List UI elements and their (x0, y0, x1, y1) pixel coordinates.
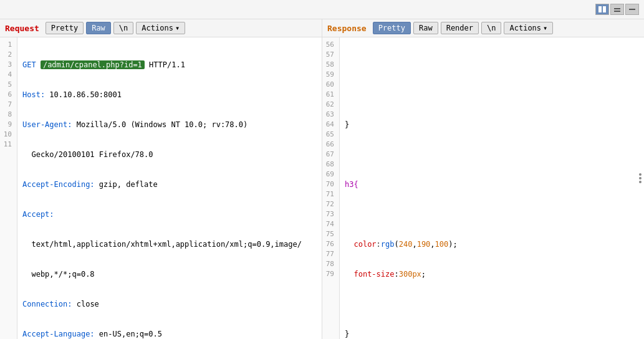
response-tab-ln[interactable]: \n (481, 22, 501, 34)
line-num-4: 4 (1, 70, 14, 80)
req-line-5c: webp,*/*;q=0.8 (22, 269, 317, 279)
request-tab-ln[interactable]: \n (113, 22, 133, 34)
resp-63-semi: ; (421, 270, 426, 279)
panels: Request Pretty Raw \n Actions ▾ 1 2 3 4 … (0, 19, 644, 339)
request-code-area: 1 2 3 4 5 6 7 8 9 10 11 GET /admin/c (0, 37, 322, 339)
line-num-9: 9 (1, 120, 14, 130)
resp-ln-73: 73 (324, 209, 337, 219)
resp-ln-79: 79 (324, 269, 337, 279)
resp-ln-72: 72 (324, 199, 337, 209)
resp-ln-59: 59 (324, 70, 337, 80)
resp-ln-69: 69 (324, 170, 337, 179)
view-split-btn[interactable] (595, 4, 609, 15)
req-line-3: User-Agent: Mozilla/5.0 (Windows NT 10.0… (22, 120, 317, 130)
resp-63-indent (345, 270, 353, 279)
request-header: Request Pretty Raw \n Actions ▾ (0, 19, 322, 37)
req-line-3b: Gecko/20100101 Firefox/78.0 (22, 150, 317, 160)
req-al-key: Accept-Language: (22, 330, 99, 338)
resp-line-63: font-size:300px; (345, 269, 639, 279)
resp-ln-70: 70 (324, 179, 337, 189)
request-code-content[interactable]: GET /admin/cpanel.php?id=1 HTTP/1.1 Host… (17, 37, 322, 339)
response-tab-pretty[interactable]: Pretty (373, 22, 411, 34)
request-line-numbers: 1 2 3 4 5 6 7 8 9 10 11 (0, 37, 17, 339)
minimal-view-icon (628, 6, 636, 12)
request-tab-raw[interactable]: Raw (86, 22, 111, 34)
line-num-10: 10 (1, 130, 14, 140)
resp-ln-60: 60 (324, 80, 337, 90)
req-ua-val: Mozilla/5.0 (Windows NT 10.0; rv:78.0) (77, 120, 248, 129)
response-panel: Response Pretty Raw Render \n Actions ▾ … (322, 19, 644, 339)
resp-ln-76: 76 (324, 239, 337, 249)
resp-62-comma1: , (412, 240, 416, 249)
line-num-11: 11 (1, 140, 14, 150)
dot1 (639, 173, 642, 176)
resp-62-paren: ( (395, 240, 399, 249)
line-num-1: 1 (1, 40, 14, 50)
resp-62-comma2: , (430, 240, 435, 249)
view-single1-btn[interactable] (610, 4, 624, 15)
resp-62-b: 100 (435, 240, 449, 249)
resp-62-r: 240 (399, 240, 413, 249)
svg-rect-2 (614, 8, 620, 9)
resp-ln-67: 67 (324, 150, 337, 160)
resp-62-g: 190 (417, 240, 431, 249)
req-line-7: Accept-Language: en-US,en;q=0.5 (22, 329, 317, 339)
response-line-numbers: 56 57 58 59 60 61 62 63 64 65 66 67 68 6… (322, 37, 340, 339)
single-view-icon (613, 6, 621, 12)
response-code-content[interactable]: } h3{ color:rgb(240,190,100); font-size:… (340, 37, 644, 339)
resp-line-58: } (345, 120, 639, 130)
dot2 (639, 177, 642, 179)
req-line-4: Accept-Encoding: gzip, deflate (22, 179, 317, 189)
request-panel: Request Pretty Raw \n Actions ▾ 1 2 3 4 … (0, 19, 322, 339)
line-num-8: 8 (1, 110, 14, 120)
req-accept-key: Accept: (22, 210, 54, 219)
req-method: GET (22, 60, 41, 69)
three-dots-menu[interactable] (639, 173, 642, 183)
req-proto: HTTP/1.1 (145, 60, 185, 69)
response-actions-chevron-icon: ▾ (543, 24, 547, 32)
line-num-7: 7 (1, 100, 14, 110)
req-line-1: GET /admin/cpanel.php?id=1 HTTP/1.1 (22, 60, 317, 70)
req-ua-cont: Gecko/20100101 Firefox/78.0 (22, 150, 153, 159)
line-num-6: 6 (1, 90, 14, 100)
req-ae-val: gzip, deflate (99, 180, 158, 189)
resp-ln-58: 58 (324, 60, 337, 70)
resp-line-57 (345, 90, 639, 100)
resp-62-indent (345, 240, 353, 249)
line-num-5: 5 (1, 80, 14, 90)
resp-62-colon: : (377, 240, 381, 249)
response-actions-label: Actions (509, 24, 541, 32)
svg-rect-3 (614, 11, 620, 12)
response-header: Response Pretty Raw Render \n Actions ▾ (322, 19, 644, 37)
resp-ln-71: 71 (324, 189, 337, 199)
svg-rect-1 (603, 6, 606, 12)
request-tab-pretty[interactable]: Pretty (46, 22, 84, 34)
view-single2-btn[interactable] (625, 4, 639, 15)
resp-63-colon: : (394, 270, 398, 279)
response-tab-raw[interactable]: Raw (413, 22, 438, 34)
req-line-5b: text/html,application/xhtml+xml,applicat… (22, 239, 317, 249)
req-line-2: Host: 10.10.86.50:8001 (22, 90, 317, 100)
req-al-val: en-US,en;q=0.5 (99, 330, 162, 338)
req-accept-val1: text/html,application/xhtml+xml,applicat… (22, 240, 302, 249)
req-line-6: Connection: close (22, 299, 317, 309)
response-actions-btn[interactable]: Actions ▾ (504, 22, 553, 34)
resp-ln-56: 56 (324, 40, 337, 50)
response-content: 56 57 58 59 60 61 62 63 64 65 66 67 68 6… (322, 37, 644, 339)
line-num-2: 2 (1, 50, 14, 60)
response-tab-render[interactable]: Render (441, 22, 479, 34)
resp-ln-66: 66 (324, 140, 337, 150)
resp-ln-62: 62 (324, 100, 337, 110)
resp-ln-57: 57 (324, 50, 337, 60)
resp-line-64 (345, 299, 639, 309)
resp-62-rgb: rgb (381, 240, 395, 249)
resp-62-end: ); (448, 240, 457, 249)
req-url: /admin/cpanel.php?id=1 (41, 60, 145, 69)
req-conn-val: close (77, 300, 99, 308)
resp-ln-68: 68 (324, 160, 337, 170)
resp-line-61 (345, 209, 639, 219)
req-host-key: Host: (22, 90, 49, 99)
resp-line-62: color:rgb(240,190,100); (345, 239, 639, 249)
request-actions-btn[interactable]: Actions ▾ (136, 22, 185, 34)
req-conn-key: Connection: (22, 300, 77, 308)
